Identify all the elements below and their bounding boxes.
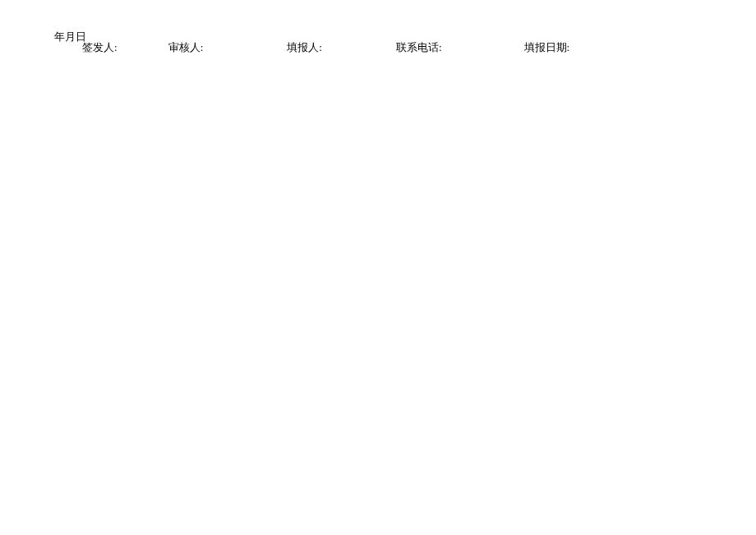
issuer-field-label: 签发人: <box>82 40 118 55</box>
phone-field-label: 联系电话: <box>396 40 442 55</box>
report-date-field-label: 填报日期: <box>524 40 570 55</box>
reporter-field-label: 填报人: <box>287 40 322 55</box>
signature-fields-row: 签发人: 审核人: 填报人: 联系电话: 填报日期: <box>82 40 707 55</box>
reviewer-field-label: 审核人: <box>168 40 204 55</box>
